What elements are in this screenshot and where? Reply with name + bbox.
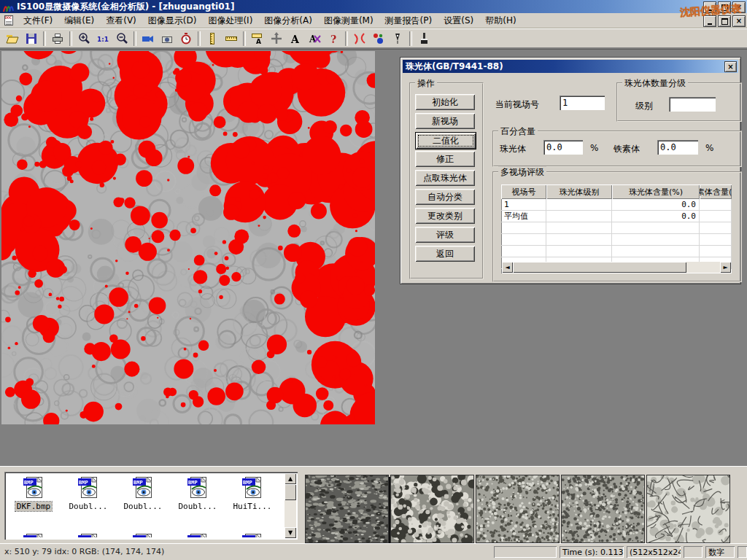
table-header-4[interactable]: 铁素体含量(%) xyxy=(700,184,732,199)
minimize-button[interactable] xyxy=(703,1,716,13)
level-input[interactable] xyxy=(669,97,716,112)
current-field-input[interactable]: 1 xyxy=(560,96,605,110)
move-icon[interactable] xyxy=(267,30,286,47)
zoom-in-icon[interactable] xyxy=(74,30,93,47)
table-row[interactable]: 10.0 xyxy=(501,199,732,211)
scroll-right-button[interactable]: ► xyxy=(720,262,731,273)
horizontal-ruler-icon[interactable] xyxy=(222,30,241,47)
table-header-row: 视场号珠光体级别珠光体含量(%)铁素体含量(%) xyxy=(501,184,732,199)
menu-edit[interactable]: 编辑(E) xyxy=(58,13,100,28)
zoom-out-icon[interactable] xyxy=(112,30,131,47)
table-row[interactable] xyxy=(501,246,732,257)
thumbnail-4[interactable] xyxy=(561,475,645,543)
file-item[interactable]: HuiTi... xyxy=(225,475,279,511)
menu-help[interactable]: 帮助(H) xyxy=(479,13,522,28)
scroll-up-button[interactable]: ▲ xyxy=(285,473,296,484)
snapshot-icon[interactable] xyxy=(158,30,177,47)
thumbnail-5[interactable] xyxy=(646,475,730,543)
menu-view[interactable]: 查看(V) xyxy=(100,13,142,28)
measure-label-icon[interactable] xyxy=(248,30,267,47)
ferrite-label: 铁素体 xyxy=(614,143,640,155)
table-cell xyxy=(546,246,612,257)
table-cell xyxy=(700,234,732,245)
table-cell xyxy=(612,234,700,245)
menu-report[interactable]: 测量报告(P) xyxy=(379,13,438,28)
open-folder-icon[interactable] xyxy=(3,30,22,47)
save-icon xyxy=(24,31,39,46)
file-item[interactable] xyxy=(225,532,279,537)
video-camera-icon[interactable] xyxy=(139,30,158,47)
curve-tool-icon[interactable] xyxy=(350,30,369,47)
dialog-close-button[interactable]: × xyxy=(724,61,737,72)
actual-size-icon[interactable] xyxy=(93,30,112,47)
table-row[interactable] xyxy=(501,234,732,246)
window-controls: × xyxy=(703,1,746,13)
pen-icon xyxy=(390,31,405,46)
toolbar-separator xyxy=(198,31,201,46)
menu-image-analysis[interactable]: 图像分析(A) xyxy=(258,13,318,28)
text-strike-icon[interactable] xyxy=(305,30,324,47)
op-button-4[interactable]: 修正 xyxy=(415,151,475,167)
pearlite-input[interactable]: 0.0 xyxy=(543,140,583,155)
op-button-3[interactable]: 二值化 xyxy=(415,132,476,149)
text-icon[interactable] xyxy=(286,30,305,47)
table-row[interactable] xyxy=(501,222,732,234)
table-header-2[interactable]: 珠光体级别 xyxy=(546,184,612,199)
op-button-6[interactable]: 自动分类 xyxy=(415,189,475,205)
file-item[interactable]: Doubl... xyxy=(171,475,225,511)
op-button-8[interactable]: 评级 xyxy=(415,227,475,243)
thumbnail-2[interactable] xyxy=(390,475,474,543)
thumbnail-3[interactable] xyxy=(476,475,560,543)
help-icon[interactable] xyxy=(324,30,343,47)
child-close-button[interactable]: × xyxy=(732,15,746,27)
table-hscrollbar[interactable]: ◄ ► xyxy=(502,262,731,273)
file-item[interactable] xyxy=(171,532,225,537)
menu-settings[interactable]: 设置(S) xyxy=(438,13,479,28)
file-item[interactable]: DKF.bmp xyxy=(7,475,61,511)
child-minimize-button[interactable] xyxy=(703,15,716,27)
op-button-2[interactable]: 新视场 xyxy=(415,113,475,129)
print-icon[interactable] xyxy=(48,30,67,47)
metallograph-image[interactable] xyxy=(1,51,375,424)
file-item[interactable] xyxy=(61,532,115,537)
file-item[interactable]: Doubl... xyxy=(116,475,170,511)
menu-file[interactable]: 文件(F) xyxy=(18,13,58,28)
thumbnail-1[interactable] xyxy=(305,475,389,543)
op-button-9[interactable]: 返回 xyxy=(415,246,475,262)
child-restore-button[interactable] xyxy=(718,15,731,27)
file-item[interactable] xyxy=(7,532,61,537)
menu-image-measure[interactable]: 图像测量(M) xyxy=(318,13,379,28)
vertical-ruler-icon[interactable] xyxy=(203,30,222,47)
scroll-thumb[interactable] xyxy=(513,262,686,273)
scroll-down-button[interactable]: ▼ xyxy=(285,527,296,538)
file-item[interactable] xyxy=(116,532,170,537)
scroll-left-button[interactable]: ◄ xyxy=(502,262,513,273)
dialog-titlebar[interactable]: 珠光体(GB/T9441-88) × xyxy=(403,60,738,73)
window-titlebar: IS100显微摄像系统(金相分析版) - [zhuguangti01] xyxy=(0,0,747,13)
file-scroll-thumb[interactable] xyxy=(285,484,296,500)
close-button[interactable]: × xyxy=(732,1,746,13)
table-header-3[interactable]: 珠光体含量(%) xyxy=(612,184,700,199)
dialog-title: 珠光体(GB/T9441-88) xyxy=(406,61,503,73)
brush-icon[interactable] xyxy=(414,30,433,47)
timer-icon[interactable] xyxy=(177,30,196,47)
file-item[interactable]: Doubl... xyxy=(61,475,115,511)
text-strike-icon xyxy=(307,31,322,46)
multifield-table[interactable]: 视场号珠光体级别珠光体含量(%)铁素体含量(%) 10.0平均值0.0 xyxy=(501,184,732,273)
classify-dots-icon[interactable] xyxy=(369,30,388,47)
menu-image-process[interactable]: 图像处理(I) xyxy=(202,13,258,28)
op-button-1[interactable]: 初始化 xyxy=(415,94,475,110)
op-button-7[interactable]: 更改类别 xyxy=(415,208,475,224)
menu-image-display[interactable]: 图像显示(D) xyxy=(142,13,203,28)
child-window-controls: × xyxy=(703,15,746,27)
restore-button[interactable] xyxy=(718,1,731,13)
ferrite-input[interactable]: 0.0 xyxy=(657,140,698,155)
save-icon[interactable] xyxy=(22,30,41,47)
pen-icon[interactable] xyxy=(388,30,407,47)
table-cell xyxy=(700,199,732,210)
table-row[interactable]: 平均值0.0 xyxy=(501,211,732,222)
table-header-1[interactable]: 视场号 xyxy=(501,184,546,199)
file-vscrollbar[interactable]: ▲ ▼ xyxy=(285,473,296,538)
table-cell xyxy=(700,246,732,257)
op-button-5[interactable]: 点取珠光体 xyxy=(415,170,475,186)
